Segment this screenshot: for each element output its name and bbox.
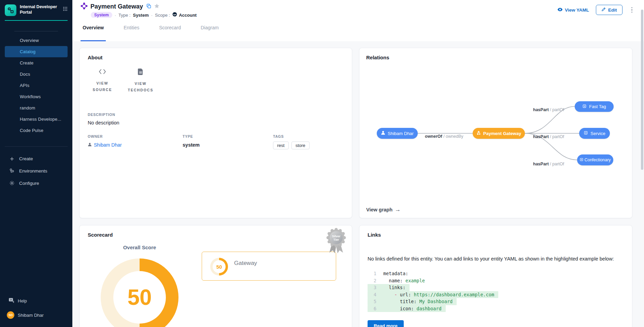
sidebar-item-code-pulse[interactable]: Code Pulse [0, 125, 72, 136]
svg-text:?: ? [10, 298, 12, 301]
sidebar-item-create[interactable]: Create [0, 57, 72, 69]
relation-node-owner[interactable]: Shibam Dhar [377, 128, 418, 139]
arrow-right-icon: → [395, 207, 401, 212]
view-graph-link[interactable]: View graph → [366, 207, 401, 212]
eye-icon [557, 8, 563, 13]
page-title: Payment Gateway [90, 3, 143, 10]
relation-node-payment-gateway[interactable]: Payment Gateway [473, 128, 525, 139]
sidebar-nav: Overview Catalog Create Docs APIs Workfl… [0, 35, 72, 136]
entity-meta: System · Type : System · Scope : Account [81, 12, 197, 18]
edge-label-haspart-1: hasPart / partOf [533, 107, 564, 112]
silver-tier-badge: Silver Tier [326, 227, 346, 255]
code-line-6: 6 icon: dashboard [368, 305, 446, 312]
links-title: Links [368, 232, 624, 238]
entity-tabs: Overview Entities Scorecard Diagram [72, 18, 644, 41]
view-source-button[interactable]: VIEW SOURCE [88, 69, 117, 93]
vertical-scrollbar[interactable] [641, 10, 643, 170]
copy-icon[interactable] [146, 4, 151, 10]
tab-diagram[interactable]: Diagram [199, 25, 221, 41]
sidebar-action-environments[interactable]: Environments [0, 165, 72, 177]
gear-icon [9, 180, 15, 186]
view-techdocs-button[interactable]: VIEW TECHDOCS [126, 69, 155, 93]
owner-link[interactable]: Shibam Dhar [88, 142, 183, 148]
plus-icon [9, 157, 15, 161]
tab-overview[interactable]: Overview [81, 25, 106, 41]
user-name: Shibam Dhar [18, 313, 44, 318]
tag-chip-rest[interactable]: rest [273, 142, 289, 149]
person-icon [88, 142, 92, 148]
scope-label: Scope : [155, 13, 170, 18]
code-line-5: 5 title: My Dashboard [368, 298, 457, 305]
sidebar-action-configure[interactable]: Configure [0, 177, 72, 189]
code-line-2: 2 name: example [368, 277, 429, 284]
sidebar-item-random[interactable]: random [0, 102, 72, 114]
read-more-button[interactable]: Read more [368, 320, 404, 327]
portal-logo-icon[interactable] [5, 4, 16, 16]
main-area: Payment Gateway System · Type : System ·… [72, 0, 644, 327]
favorite-star-icon[interactable] [154, 3, 160, 10]
sidebar-header: Internal Developer Portal [0, 0, 72, 20]
owner-label: OWNER [88, 134, 183, 138]
sidebar-item-docs[interactable]: Docs [0, 69, 72, 80]
sidebar-item-apis[interactable]: APIs [0, 80, 72, 91]
view-yaml-button[interactable]: View YAML [557, 8, 589, 13]
dot-separator: · [115, 13, 116, 18]
chip-icon [579, 158, 584, 163]
more-options-icon[interactable] [629, 6, 635, 14]
overall-score-value: 50 [127, 285, 152, 310]
description-value: No description [88, 120, 344, 125]
system-entity-icon [81, 2, 88, 11]
scorecard-gateway-card[interactable]: 50 Gateway [202, 252, 336, 281]
gateway-score-donut: 50 [210, 258, 228, 276]
code-line-1: 1metadata: [368, 270, 412, 277]
code-line-3: 3 links: [368, 284, 410, 291]
system-icon [476, 131, 481, 136]
environments-icon [9, 168, 15, 174]
scorecard-card: Scorecard Overall Score 50 50 Gateway [79, 225, 352, 327]
tags-label: TAGS [273, 134, 344, 138]
code-line-4: 4 - url: https://dashboard.example.com [368, 291, 498, 298]
type-label: Type : [118, 13, 130, 18]
relations-title: Relations [366, 55, 625, 60]
kind-badge: System [91, 12, 112, 18]
yaml-example-code: 1metadata: 2 name: example 3 links: 4 - … [368, 270, 624, 312]
avatar: SD [7, 311, 14, 319]
type-value: system [183, 142, 273, 148]
circuit-icon [7, 6, 14, 14]
sidebar-item-workflows[interactable]: Workflows [0, 91, 72, 102]
relations-card: Relations Shibam Dhar Payment Gateway [359, 48, 632, 218]
user-menu[interactable]: SD Shibam Dhar [0, 307, 72, 322]
scope-value: Account [179, 13, 197, 18]
sidebar-divider [5, 146, 68, 147]
code-brackets-icon [99, 69, 106, 76]
relation-node-fast-tag[interactable]: Fast Tag [575, 101, 614, 112]
tag-chip-store[interactable]: store [291, 142, 310, 149]
links-empty-text: No links defined for this entity. You ca… [368, 255, 624, 263]
about-title: About [88, 55, 344, 60]
edge-label-haspart-3: hasPart / partOf [533, 162, 564, 166]
relation-node-service[interactable]: Service [579, 128, 610, 139]
sidebar-action-create[interactable]: Create [0, 153, 72, 165]
entity-header: Payment Gateway System · Type : System ·… [72, 0, 644, 18]
overall-score-donut: 50 [101, 258, 178, 327]
about-card: About VIEW SOURCE [79, 48, 352, 218]
help-button[interactable]: ? Help [0, 295, 72, 307]
sidebar-item-harness-developer[interactable]: Harness Develope... [0, 114, 72, 125]
app-grid-icon[interactable] [63, 6, 68, 13]
sidebar: Internal Developer Portal Overview Catal… [0, 0, 72, 327]
gateway-score-value: 50 [216, 264, 222, 270]
sidebar-item-overview[interactable]: Overview [0, 35, 72, 46]
sidebar-item-catalog[interactable]: Catalog [5, 46, 68, 57]
chip-icon [582, 104, 587, 109]
help-icon: ? [8, 298, 14, 304]
tab-entities[interactable]: Entities [121, 25, 141, 41]
type-label: TYPE [183, 134, 273, 138]
edit-button[interactable]: Edit [596, 5, 622, 15]
tab-scorecard[interactable]: Scorecard [157, 25, 183, 41]
relation-node-confectionary[interactable]: Confectionary [577, 154, 613, 165]
portal-title: Internal Developer Portal [20, 4, 59, 15]
tier-text-line1: Silver [332, 235, 341, 238]
type-value: System [133, 13, 148, 18]
dot-separator: · [151, 13, 153, 18]
links-card: Links No links defined for this entity. … [359, 225, 632, 327]
